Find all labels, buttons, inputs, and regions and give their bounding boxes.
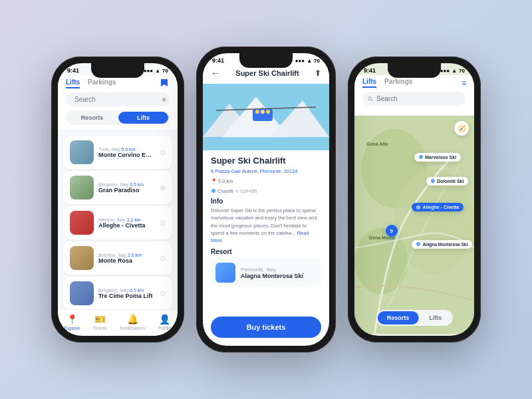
tab-lifts[interactable]: Lifts xyxy=(66,78,80,88)
name-5: Tre Cime Poma Lift xyxy=(98,293,155,299)
hero-image-inner xyxy=(203,84,329,150)
search-input-left[interactable] xyxy=(74,96,159,103)
name-4: Monte Rosa xyxy=(98,257,155,264)
phone-center: 9:41 ●●● ▲ 70 ← Super Ski Chairlift ⬆ xyxy=(196,47,336,352)
list-item[interactable]: Bolzano, Italy 2.0 km Monte Rosa ⊙ xyxy=(63,241,172,275)
nav-tickets[interactable]: 🎫 Tickets xyxy=(92,314,107,331)
filter-icon-left[interactable]: ≡ xyxy=(162,96,166,103)
svg-line-15 xyxy=(371,100,372,101)
left-header: Lifts Parkings ≡ xyxy=(58,75,178,131)
list-info-3: Merano, Italy 3.1 km Alleghe - Civetta xyxy=(98,217,155,229)
list-item[interactable]: Turin, Italy 5.0 km Monte Cervino Expres… xyxy=(63,136,172,169)
profile-icon: 👤 xyxy=(159,314,170,325)
list-info-4: Bolzano, Italy 2.0 km Monte Rosa xyxy=(98,253,155,264)
map-label-alagna[interactable]: Alagna Monterosa Ski xyxy=(412,240,472,249)
search-bar-right[interactable] xyxy=(362,92,466,106)
location-1: Turin, Italy 5.0 km xyxy=(98,147,155,152)
info-text: Dolomiti Super Ski is the perfect place … xyxy=(211,207,321,244)
resort-info: Piemonte, Italy Alagna Monterosa Ski xyxy=(241,267,303,279)
resort-name: Alagna Monterosa Ski xyxy=(241,273,303,279)
list-container: Turin, Italy 5.0 km Monte Cervino Expres… xyxy=(58,131,178,336)
list-arrow-4: ⊙ xyxy=(160,254,166,263)
notifications-icon: 🔔 xyxy=(127,314,138,325)
tab-parkings[interactable]: Parkings xyxy=(88,78,116,88)
list-item[interactable]: Bergamo, Italy 0.5 km Tre Cime Poma Lift… xyxy=(63,277,172,310)
right-screen: 9:41 ●●● ▲ 70 Lifts Parkings ≡ xyxy=(354,63,474,336)
tab-parkings-right[interactable]: Parkings xyxy=(384,78,412,88)
toggle-lifts-right[interactable]: Lifts xyxy=(420,311,451,325)
map-label-alleghe[interactable]: Alleghe - Civetta xyxy=(412,203,464,211)
bottom-nav-left: 📍 Explore 🎫 Tickets 🔔 Notifications 👤 Pr… xyxy=(58,309,178,336)
tabs-left-right: Lifts Parkings xyxy=(362,78,412,88)
phone-left: 9:41 ●●● ▲ 70 Lifts Parkings xyxy=(51,57,184,342)
search-icon-right xyxy=(368,96,373,102)
share-button[interactable]: ⬆ xyxy=(315,68,321,78)
battery-center: 70 xyxy=(314,58,320,64)
tag-id: # SDF456 xyxy=(236,189,257,194)
tag-type: Chairlift xyxy=(211,188,233,194)
list-arrow-5: ⊙ xyxy=(160,289,166,298)
meta-distance: 📍 5.0 km xyxy=(211,178,233,184)
map-bottom-toggle: Resorts Lifts xyxy=(376,310,453,326)
dot-dolomiti xyxy=(431,179,435,183)
search-input-right[interactable] xyxy=(376,95,461,102)
map-menu-icon[interactable]: ≡ xyxy=(462,78,466,88)
compass-icon: 🧭 xyxy=(458,125,466,132)
area-gena-alta: Gena Alta xyxy=(366,142,388,146)
toggle-resorts-right[interactable]: Resorts xyxy=(378,311,419,325)
wifi-right: ▲ xyxy=(452,68,457,74)
signal-center: ●●● xyxy=(295,58,305,64)
name-1: Monte Cervino Express xyxy=(98,152,155,158)
time-center: 9:41 xyxy=(212,57,224,64)
name-2: Gran Paradiso xyxy=(98,187,155,194)
map-label-dolomiti[interactable]: Dolomiti Ski xyxy=(426,177,468,186)
svg-point-10 xyxy=(255,110,259,114)
nav-explore[interactable]: 📍 Explore xyxy=(65,314,80,331)
tab-lifts-right[interactable]: Lifts xyxy=(362,78,376,88)
list-item[interactable]: Bergamo, Italy 0.5 km Gran Paradiso ⊕ xyxy=(63,171,172,204)
list-info-1: Turin, Italy 5.0 km Monte Cervino Expres… xyxy=(98,147,155,158)
dot-marvelous xyxy=(419,155,423,159)
center-header: ← Super Ski Chairlift ⬆ xyxy=(203,65,329,84)
toggle-lifts-left[interactable]: Lifts xyxy=(118,112,168,124)
search-bar-left[interactable]: ≡ xyxy=(66,92,170,106)
thumb-4 xyxy=(70,246,94,270)
location-4: Bolzano, Italy 2.0 km xyxy=(98,253,155,257)
time-right: 9:41 xyxy=(364,67,376,74)
wifi-left: ▲ xyxy=(155,68,160,74)
resort-card[interactable]: Piemonte, Italy Alagna Monterosa Ski xyxy=(211,258,321,287)
thumb-5 xyxy=(70,281,94,305)
chairlift-tag-icon xyxy=(211,188,216,194)
toggle-resorts-left[interactable]: Resorts xyxy=(67,112,117,124)
map-header: Lifts Parkings ≡ xyxy=(354,75,474,116)
meta-address: 6 Piazza Gae Aulenti, Piemonte, 20124 xyxy=(211,168,298,174)
left-screen: 9:41 ●●● ▲ 70 Lifts Parkings xyxy=(58,63,178,336)
meta-tags: Chairlift # SDF456 xyxy=(211,188,321,194)
map-pin-main[interactable]: 9 xyxy=(386,225,398,237)
battery-right: 70 xyxy=(459,68,465,74)
tickets-icon: 🎫 xyxy=(94,314,106,325)
compass-button[interactable]: 🧭 xyxy=(454,121,469,136)
thumb-1 xyxy=(70,140,94,164)
back-button[interactable]: ← xyxy=(211,68,220,78)
list-item[interactable]: Merano, Italy 3.1 km Alleghe - Civetta ⊙ xyxy=(63,206,172,239)
nav-profile[interactable]: 👤 Profile xyxy=(158,314,172,331)
map-area[interactable]: Gena Alta Gena Media 🧭 9 Marvelous Ski D… xyxy=(354,116,474,334)
center-title: Super Ski Chairlift xyxy=(235,69,299,77)
tabs-left: Lifts Parkings xyxy=(66,78,116,88)
buy-tickets-button[interactable]: Buy tickets xyxy=(211,317,321,338)
location-5: Bergamo, Italy 0.5 km xyxy=(98,288,155,293)
svg-point-12 xyxy=(266,110,270,114)
dot-alagna xyxy=(416,242,420,246)
thumb-3 xyxy=(70,211,94,235)
notch-left xyxy=(91,63,144,78)
bookmark-icon[interactable] xyxy=(159,78,170,88)
detail-title: Super Ski Chairlift xyxy=(211,156,321,166)
map-label-marvelous[interactable]: Marvelous Ski xyxy=(414,153,461,162)
wifi-center: ▲ xyxy=(307,58,312,64)
list-arrow-2: ⊕ xyxy=(160,184,166,192)
list-arrow-3: ⊙ xyxy=(160,219,166,227)
nav-notifications[interactable]: 🔔 Notifications xyxy=(120,314,145,331)
hero-image xyxy=(203,84,329,150)
thumb-2 xyxy=(70,176,94,200)
